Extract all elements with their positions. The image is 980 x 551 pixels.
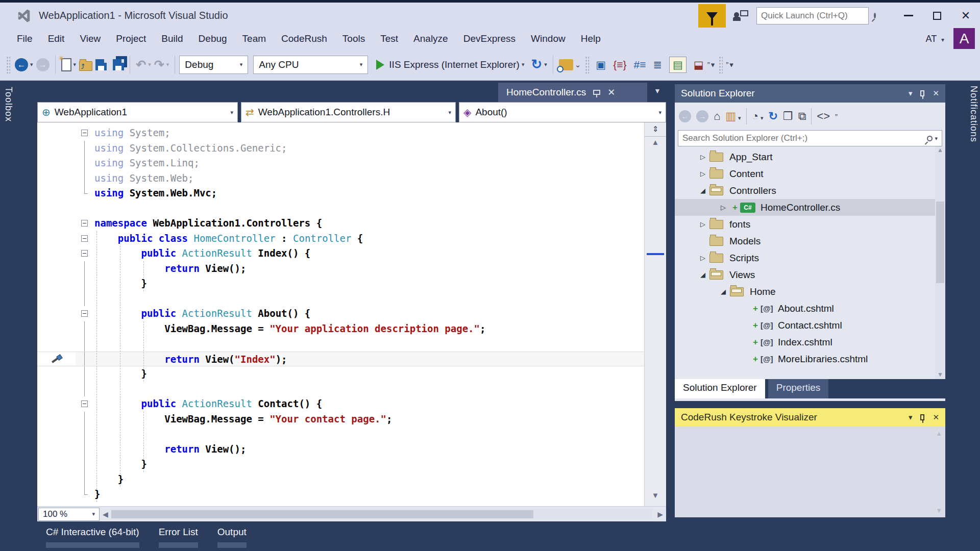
editor-margin[interactable] — [37, 156, 76, 171]
outlining-margin[interactable] — [76, 246, 94, 261]
start-debug-button[interactable]: IIS Express (Internet Explorer) ▾ — [376, 59, 524, 70]
code-text[interactable]: return View(); — [94, 261, 246, 277]
scrollbar-thumb[interactable] — [936, 202, 944, 283]
scope-view-icon[interactable]: ▥▾ — [725, 110, 741, 123]
code-line[interactable]: using System.Collections.Generic; — [37, 141, 644, 156]
quick-launch-box[interactable] — [756, 7, 869, 24]
tree-item-content[interactable]: ▷Content — [675, 165, 945, 182]
code-line[interactable]: } — [37, 457, 644, 472]
code-text[interactable]: public ActionResult Index() { — [94, 246, 310, 261]
minimize-button[interactable] — [894, 6, 923, 26]
maximize-button[interactable] — [923, 6, 951, 26]
code-area[interactable]: using System;using System.Collections.Ge… — [37, 122, 644, 506]
tree-item-app-start[interactable]: ▷App_Start — [675, 148, 945, 165]
coderush-titlebar[interactable]: CodeRush Keystroke Visualizer ▾ ✕ — [675, 408, 945, 427]
code-text[interactable]: } — [94, 366, 147, 382]
account-button[interactable]: AT ▾ — [926, 34, 944, 44]
editor-horizontal-scrollbar[interactable] — [111, 509, 652, 519]
code-text[interactable]: public ActionResult About() { — [94, 306, 310, 321]
code-line[interactable]: using System; — [37, 126, 644, 141]
editor-margin[interactable] — [37, 457, 76, 472]
code-line[interactable]: return View(); — [37, 261, 644, 277]
code-text[interactable]: } — [94, 276, 147, 291]
code-text[interactable]: } — [94, 487, 100, 502]
code-line[interactable] — [37, 382, 644, 397]
outlining-margin[interactable] — [76, 276, 94, 291]
navigate-back-button[interactable]: ←▾ — [15, 58, 33, 71]
code-line[interactable] — [37, 336, 644, 352]
keystroke-panel-icon[interactable]: ▤ — [669, 57, 687, 73]
menu-item-view[interactable]: View — [72, 30, 108, 47]
notifications-side-tab[interactable]: Notifications — [968, 86, 979, 142]
code-line[interactable]: } — [37, 366, 644, 382]
code-line[interactable]: using System.Web; — [37, 171, 644, 186]
filter-icon[interactable] — [698, 4, 726, 28]
menu-item-window[interactable]: Window — [523, 30, 573, 47]
code-line[interactable] — [37, 427, 644, 442]
outlining-margin[interactable] — [76, 412, 94, 427]
code-text[interactable]: namespace WebApplication1.Controllers { — [94, 216, 322, 231]
debug-config-dropdown[interactable]: Debug▾ — [179, 56, 248, 74]
paintbrush-icon[interactable] — [51, 354, 62, 365]
braces-icon[interactable]: {≡} — [613, 59, 626, 71]
tree-item-scripts[interactable]: ▷Scripts — [675, 249, 945, 266]
menu-item-project[interactable]: Project — [108, 30, 154, 47]
pin-icon[interactable] — [593, 90, 600, 95]
type-dropdown[interactable]: ⇄ WebApplication1.Controllers.H ▾ — [241, 102, 456, 122]
menu-item-team[interactable]: Team — [235, 30, 274, 47]
scroll-down-icon[interactable]: ▼ — [645, 490, 666, 501]
line-numbers-icon[interactable]: #≡ — [633, 59, 646, 71]
editor-margin[interactable] — [37, 366, 76, 382]
menu-item-devexpress[interactable]: DevExpress — [456, 30, 523, 47]
solution-search-input[interactable] — [682, 133, 927, 143]
outlining-margin[interactable] — [76, 306, 94, 321]
menu-item-coderush[interactable]: CodeRush — [274, 30, 335, 47]
avatar[interactable]: A — [953, 28, 975, 49]
editor-margin[interactable] — [37, 276, 76, 291]
outlining-margin[interactable] — [76, 382, 94, 397]
code-text[interactable]: ViewBag.Message = "Your application desc… — [94, 321, 485, 337]
tree-collapsed-icon[interactable]: ▷ — [696, 153, 709, 161]
home-icon[interactable]: ⌂ — [714, 110, 720, 123]
bottom-tab-output[interactable]: Output — [217, 527, 247, 548]
tree-item-morelibraries-cshtml[interactable]: +[@]MoreLibraries.cshtml — [675, 350, 945, 367]
bottom-tab-c-interactive-64-bit-[interactable]: C# Interactive (64-bit) — [46, 527, 139, 548]
refresh-icon[interactable]: ↻ — [768, 110, 777, 123]
outlining-margin[interactable] — [76, 156, 94, 171]
tree-item-about-cshtml[interactable]: +[@]About.cshtml — [675, 300, 945, 317]
scroll-up-icon[interactable]: ▲ — [645, 137, 666, 148]
close-icon[interactable]: ✕ — [933, 89, 939, 98]
code-line[interactable]: } — [37, 276, 644, 291]
feedback-icon[interactable] — [733, 9, 748, 22]
panel-tab-properties[interactable]: Properties — [768, 379, 829, 398]
scroll-up-icon[interactable]: ▲ — [936, 430, 942, 437]
member-dropdown[interactable]: ◈ About() ▾ — [459, 102, 666, 122]
scroll-right-icon[interactable]: ▶ — [654, 510, 666, 518]
code-line[interactable] — [37, 291, 644, 307]
tree-item-homecontroller-cs[interactable]: ▷+C#HomeController.cs — [675, 199, 945, 216]
editor-margin[interactable] — [37, 186, 76, 201]
toolbar-overflow[interactable]: ”▾ — [707, 60, 716, 69]
tree-collapsed-icon[interactable]: ▷ — [696, 170, 709, 178]
outlining-margin[interactable] — [76, 487, 94, 502]
menu-item-help[interactable]: Help — [573, 30, 608, 47]
redo-button[interactable]: ↷▾ — [154, 58, 169, 72]
editor-vertical-scrollbar[interactable]: ⇕ ▲ ▼ — [644, 122, 666, 506]
editor-margin[interactable] — [37, 201, 76, 216]
outlining-margin[interactable] — [76, 427, 94, 442]
code-text[interactable]: using System.Collections.Generic; — [94, 141, 287, 156]
code-text[interactable]: } — [94, 457, 147, 472]
outlining-margin[interactable] — [76, 291, 94, 307]
menu-item-debug[interactable]: Debug — [191, 30, 235, 47]
outlining-margin[interactable] — [76, 321, 94, 337]
code-text[interactable]: using System.Web.Mvc; — [94, 186, 217, 201]
editor-margin[interactable] — [37, 442, 76, 457]
menu-item-build[interactable]: Build — [154, 30, 190, 47]
outlining-margin[interactable] — [76, 261, 94, 277]
save-button[interactable] — [95, 59, 107, 70]
code-line[interactable]: public ActionResult About() { — [37, 306, 644, 321]
editor-margin[interactable] — [37, 261, 76, 277]
scrollbar-thumb[interactable] — [111, 510, 533, 518]
editor-margin[interactable] — [37, 141, 76, 156]
code-line[interactable]: ViewBag.Message = "Your application desc… — [37, 321, 644, 337]
